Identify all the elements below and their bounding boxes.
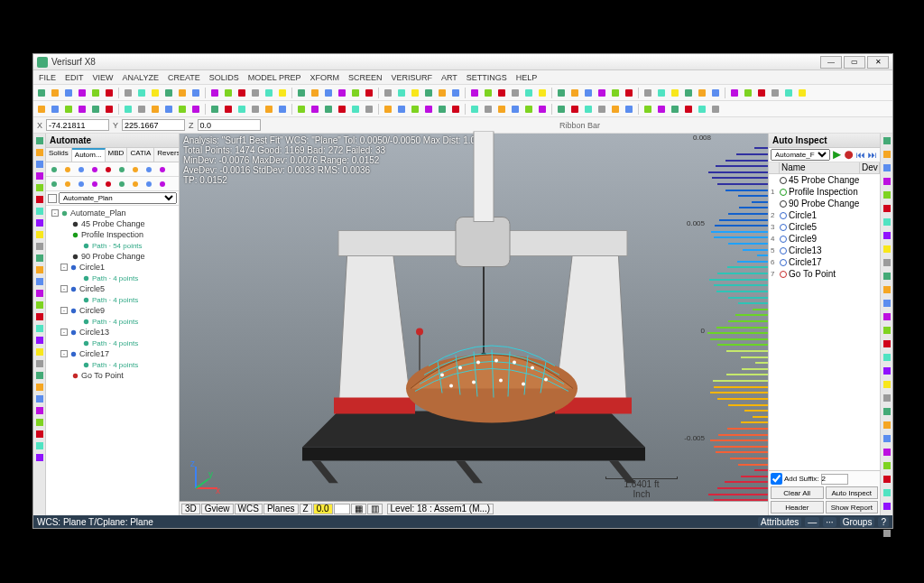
mini-tool-button[interactable] xyxy=(102,178,114,190)
toolbar-button[interactable] xyxy=(568,103,581,116)
dock-button[interactable] xyxy=(35,254,44,263)
close-button[interactable]: ✕ xyxy=(867,56,889,69)
toolbar-button[interactable] xyxy=(522,103,535,116)
dock-button[interactable] xyxy=(882,258,892,269)
dock-button[interactable] xyxy=(35,301,44,310)
toolbar-button[interactable] xyxy=(509,103,522,116)
mini-tool-button[interactable] xyxy=(48,178,60,190)
dock-button[interactable] xyxy=(882,393,892,404)
status-button[interactable]: ··· xyxy=(823,517,836,527)
expand-icon[interactable]: - xyxy=(60,285,68,292)
dock-button[interactable] xyxy=(35,453,44,462)
toolbar-button[interactable] xyxy=(536,103,549,116)
toolbar-button[interactable] xyxy=(468,103,481,116)
toolbar-button[interactable] xyxy=(555,87,568,99)
dock-button[interactable] xyxy=(35,347,44,356)
toolbar-button[interactable] xyxy=(782,87,795,99)
tree-item[interactable]: -Circle9 xyxy=(48,305,177,316)
toolbar-button[interactable] xyxy=(349,87,362,99)
toolbar-button[interactable] xyxy=(495,87,508,99)
toolbar-button[interactable] xyxy=(49,87,61,99)
record-button[interactable] xyxy=(844,150,854,161)
dock-button[interactable] xyxy=(882,353,892,364)
toolbar-button[interactable] xyxy=(49,103,61,116)
plan-select[interactable]: Automate_Plan xyxy=(59,192,177,204)
toolbar-button[interactable] xyxy=(436,87,448,99)
header-button[interactable]: Header xyxy=(771,501,824,514)
toolbar-button[interactable] xyxy=(642,87,654,99)
vp-planes-button[interactable]: Planes xyxy=(263,504,299,514)
toolbar-button[interactable] xyxy=(728,87,741,99)
inspect-row[interactable]: 2Circle1 xyxy=(769,209,880,221)
dock-button[interactable] xyxy=(35,277,44,286)
automate-tab[interactable]: Solids xyxy=(46,148,72,162)
toolbar-button[interactable] xyxy=(295,103,308,116)
vp-z-value[interactable]: 0.0 xyxy=(313,504,333,514)
auto-inspect-select[interactable]: Automate_F xyxy=(771,149,830,161)
automate-tab[interactable]: MBD xyxy=(106,148,128,162)
dock-button[interactable] xyxy=(882,339,892,350)
inspect-row[interactable]: 4Circle9 xyxy=(769,233,880,245)
toolbar-button[interactable] xyxy=(222,87,235,99)
dock-button[interactable] xyxy=(882,312,892,323)
skip-fwd-button[interactable]: ⏭ xyxy=(868,150,878,161)
toolbar-button[interactable] xyxy=(363,103,375,116)
toolbar-button[interactable] xyxy=(176,103,189,116)
toolbar-button[interactable] xyxy=(189,87,202,99)
automate-tab[interactable]: Autom... xyxy=(72,148,106,162)
toolbar-button[interactable] xyxy=(382,87,394,99)
toolbar-button[interactable] xyxy=(295,87,308,99)
toolbar-button[interactable] xyxy=(249,103,262,116)
tree-item[interactable]: -Circle1 xyxy=(48,262,177,273)
toolbar-button[interactable] xyxy=(495,103,508,116)
maximize-button[interactable]: ▭ xyxy=(844,56,865,69)
toolbar-button[interactable] xyxy=(669,87,681,99)
coord-y-input[interactable] xyxy=(122,119,185,131)
toolbar-button[interactable] xyxy=(35,103,48,116)
tree-item[interactable]: Path · 4 points xyxy=(48,294,177,305)
dock-button[interactable] xyxy=(35,336,44,345)
tree-item[interactable]: Path · 4 points xyxy=(48,338,177,348)
toolbar-button[interactable] xyxy=(436,103,448,116)
mini-tool-button[interactable] xyxy=(116,178,127,190)
toolbar-button[interactable] xyxy=(482,103,494,116)
menu-edit[interactable]: EDIT xyxy=(61,73,88,82)
dock-button[interactable] xyxy=(35,230,44,239)
menu-analyze[interactable]: ANALYZE xyxy=(119,73,162,82)
toolbar-button[interactable] xyxy=(62,87,75,99)
toolbar-button[interactable] xyxy=(322,103,335,116)
vp-misc-1[interactable]: ▦ xyxy=(351,504,366,514)
dock-button[interactable] xyxy=(35,383,44,392)
toolbar-button[interactable] xyxy=(449,87,462,99)
toolbar-button[interactable] xyxy=(796,87,808,99)
dock-button[interactable] xyxy=(882,231,892,242)
vp-level[interactable]: Level: 18 : Assem1 (M...) xyxy=(387,504,494,514)
toolbar-button[interactable] xyxy=(222,103,235,116)
automate-tab[interactable]: CATIA xyxy=(127,148,154,162)
toolbar-button[interactable] xyxy=(682,103,695,116)
viewport-3d[interactable]: Analysis: "Surf1 Best Fit" WCS: "Plane" … xyxy=(180,134,768,515)
toolbar-button[interactable] xyxy=(176,87,189,99)
play-button[interactable] xyxy=(832,150,842,161)
expand-icon[interactable]: - xyxy=(60,307,68,314)
expand-icon[interactable]: - xyxy=(60,264,68,271)
dock-button[interactable] xyxy=(35,418,44,427)
menu-help[interactable]: HELP xyxy=(513,73,541,82)
toolbar-button[interactable] xyxy=(449,103,462,116)
toolbar-button[interactable] xyxy=(609,103,622,116)
menu-create[interactable]: CREATE xyxy=(164,73,204,82)
tree-item[interactable]: Path · 54 points xyxy=(48,240,177,251)
dock-button[interactable] xyxy=(882,502,892,513)
mini-tool-button[interactable] xyxy=(75,178,87,190)
mini-tool-button[interactable] xyxy=(116,163,127,175)
toolbar-button[interactable] xyxy=(555,103,568,116)
dock-button[interactable] xyxy=(882,136,892,147)
auto-inspect-button[interactable]: Auto Inspect xyxy=(826,486,879,499)
mini-tool-button[interactable] xyxy=(143,163,154,175)
toolbar-button[interactable] xyxy=(482,87,494,99)
menu-art[interactable]: ART xyxy=(438,73,461,82)
toolbar-button[interactable] xyxy=(89,103,102,116)
toolbar-button[interactable] xyxy=(742,87,754,99)
dock-button[interactable] xyxy=(882,163,892,174)
toolbar-button[interactable] xyxy=(162,87,175,99)
